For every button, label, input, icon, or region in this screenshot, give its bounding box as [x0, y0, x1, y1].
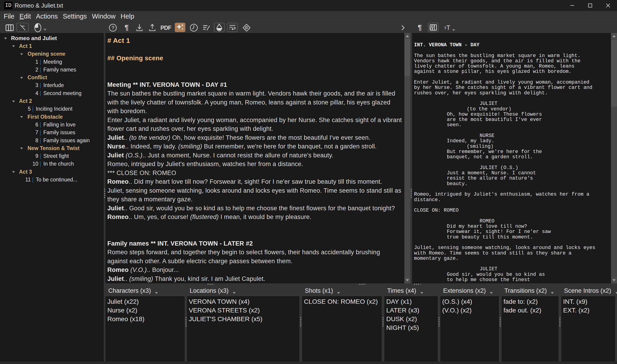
download-icon[interactable] — [136, 24, 143, 32]
sidebar-splitter-handle[interactable] — [104, 189, 105, 198]
help-icon[interactable]: ? — [109, 23, 117, 32]
outline-item-conflict[interactable]: Conflict — [0, 74, 104, 81]
panel-header[interactable]: Times (x4) — [384, 285, 438, 296]
close-button[interactable] — [599, 0, 617, 11]
editor-preview-splitter[interactable] — [410, 33, 412, 283]
list-item[interactable]: Juliet (x22) — [107, 297, 185, 306]
preview-scroll-up[interactable] — [611, 33, 617, 39]
outline-item-opening-scene[interactable]: Opening scene — [0, 50, 104, 58]
columns-layout-icon[interactable] — [5, 24, 14, 31]
outline-item-in-the-church[interactable]: 10|In the church — [0, 160, 104, 168]
panel-divider-handle[interactable] — [439, 317, 439, 326]
mouse-mode-icon[interactable] — [34, 23, 42, 33]
edit-notes-icon[interactable] — [202, 24, 211, 32]
list-item[interactable]: (O.S.) (x4) — [442, 297, 499, 306]
panel-dropdown-caret[interactable] — [155, 292, 158, 294]
expander-icon[interactable] — [20, 77, 23, 79]
outline-item-romeo-and-juliet[interactable]: Romeo and Juliet — [0, 34, 104, 42]
outline-item-family-names[interactable]: 2|Family names — [0, 66, 104, 74]
panel-header[interactable]: Shots (x1) — [302, 285, 382, 296]
list-item[interactable]: DAY (x1) — [386, 297, 438, 306]
outline-item-falling-in-love[interactable]: 6|Falling in love — [0, 121, 104, 129]
panel-divider-handle[interactable] — [500, 317, 501, 326]
panel-dropdown-caret[interactable] — [233, 292, 235, 294]
expand-chevron-icon[interactable] — [401, 25, 405, 31]
editor-scroll-up[interactable] — [404, 33, 410, 39]
menu-help[interactable]: Help — [118, 13, 137, 20]
outline-item-new-tension-twist[interactable]: New Tension & Twist — [0, 144, 104, 152]
dock-splitter-handle[interactable] — [207, 284, 214, 285]
list-item[interactable]: DUSK (x2) — [386, 315, 438, 324]
menu-window[interactable]: Window — [89, 13, 118, 20]
sidebar-splitter[interactable] — [104, 33, 106, 362]
list-item[interactable]: fade out. (x2) — [504, 306, 559, 315]
editor-scroll-thumb[interactable] — [404, 39, 410, 76]
list-item[interactable]: NIGHT (x5) — [386, 324, 438, 332]
outline-item-act-1[interactable]: Act 1 — [0, 42, 104, 50]
list-item[interactable]: CLOSE ON: ROMEO (x2) — [304, 297, 382, 306]
menu-settings[interactable]: Settings — [60, 13, 89, 20]
minimize-button[interactable] — [563, 0, 581, 11]
preview-columns-button[interactable] — [428, 23, 439, 32]
outline-item-act-3[interactable]: Act 3 — [0, 168, 104, 176]
panel-dropdown-caret[interactable] — [490, 292, 493, 294]
panel-divider-handle[interactable] — [300, 317, 301, 326]
menu-file[interactable]: File — [1, 13, 17, 20]
maximize-button[interactable] — [581, 0, 599, 11]
expander-icon[interactable] — [20, 116, 23, 118]
outline-item-family-issues[interactable]: 7|Family issues — [0, 129, 104, 137]
pdf-export-button[interactable]: PDF — [161, 25, 171, 31]
editor-preview-splitter-handle[interactable] — [411, 189, 412, 198]
wrap-text-button[interactable] — [227, 23, 238, 32]
editor-scrollbar[interactable] — [404, 33, 410, 283]
expander-icon[interactable] — [4, 38, 7, 39]
outline-item-second-meeting[interactable]: 4|Second meeting — [0, 89, 104, 97]
panel-divider[interactable] — [382, 285, 384, 362]
dock-splitter-handle3[interactable] — [414, 284, 420, 285]
menu-edit[interactable]: Edit — [17, 13, 33, 20]
diamond-spiral-icon[interactable] — [242, 23, 251, 32]
panel-header[interactable]: Characters (x3) — [106, 285, 185, 296]
panel-divider-handle[interactable] — [383, 317, 384, 326]
text-size-icon[interactable]: тT — [444, 24, 450, 31]
expander-icon[interactable] — [12, 171, 15, 173]
outline-item-street-fight[interactable]: 9|Street fight — [0, 152, 104, 160]
expander-icon[interactable] — [12, 101, 15, 102]
panel-header[interactable]: Scene Intros (x2) — [561, 285, 615, 296]
panel-divider[interactable] — [499, 285, 502, 362]
history-clock-icon[interactable] — [190, 23, 198, 32]
panel-dropdown-caret[interactable] — [337, 292, 340, 294]
panel-header[interactable]: Extensions (x2) — [440, 285, 499, 296]
outline-item-interlude[interactable]: 3|Interlude — [0, 81, 104, 89]
outline-item-meeting[interactable]: 1|Meeting — [0, 58, 104, 66]
panel-divider-handle[interactable] — [186, 317, 187, 326]
panel-dropdown-caret[interactable] — [551, 292, 554, 294]
editor-pane[interactable]: # Act 1## Opening sceneMeeting ** INT. V… — [106, 33, 404, 283]
preview-scroll-thumb[interactable] — [611, 40, 617, 106]
dock-splitter-handle2[interactable] — [359, 284, 366, 285]
panel-divider[interactable] — [438, 285, 440, 362]
preview-scroll-down[interactable] — [611, 277, 617, 283]
pilcrow-icon[interactable]: ¶ — [124, 24, 128, 32]
list-item[interactable]: fade to: (x2) — [504, 297, 559, 306]
outline-item-act-2[interactable]: Act 2 — [0, 97, 104, 105]
list-item[interactable]: (V.O.) (x2) — [442, 306, 499, 315]
upload-icon[interactable] — [148, 24, 156, 32]
preview-scrollbar[interactable] — [611, 33, 617, 283]
outline-item-inciting-incident[interactable]: 5|Inciting Incident — [0, 105, 104, 113]
editor-scroll-down[interactable] — [404, 277, 410, 283]
panel-divider-handle[interactable] — [560, 317, 560, 326]
dock-splitter[interactable] — [104, 283, 617, 285]
outline-item-to-be-continued[interactable]: 11|To be continued... — [0, 176, 104, 183]
list-item[interactable]: LATER (x3) — [386, 306, 438, 315]
outline-item-first-obstacle[interactable]: First Obstacle — [0, 113, 104, 121]
panel-dropdown-caret[interactable] — [615, 292, 617, 294]
list-item[interactable]: VERONA TOWN (x4) — [189, 297, 299, 306]
panel-divider[interactable] — [559, 285, 561, 362]
panel-header[interactable]: Locations (x3) — [187, 285, 299, 296]
panel-divider[interactable] — [185, 285, 187, 362]
expander-icon[interactable] — [20, 53, 23, 55]
list-item[interactable]: Nurse (x2) — [107, 306, 185, 315]
panel-header[interactable]: Transitions (x2) — [502, 285, 559, 296]
panel-divider[interactable] — [299, 285, 302, 362]
